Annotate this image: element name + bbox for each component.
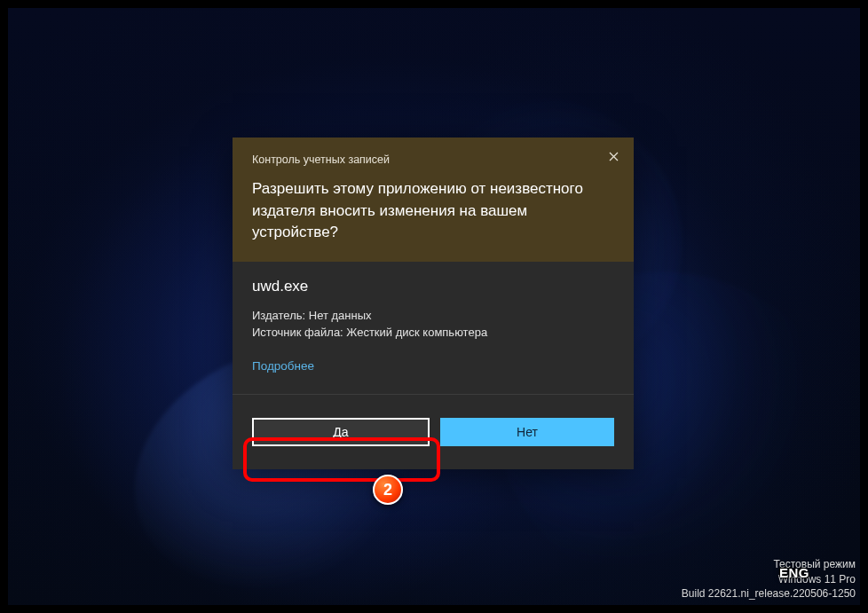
language-indicator[interactable]: ENG bbox=[779, 565, 809, 580]
uac-app-name: uwd.exe bbox=[252, 278, 614, 295]
watermark-line: Windows 11 Pro bbox=[682, 572, 856, 586]
uac-question: Разрешить этому приложению от неизвестно… bbox=[252, 178, 614, 244]
annotation-step-badge: 2 bbox=[373, 475, 403, 505]
uac-title: Контроль учетных записей bbox=[252, 153, 614, 166]
uac-more-link[interactable]: Подробнее bbox=[252, 359, 314, 373]
watermark-line: Тестовый режим bbox=[682, 557, 856, 571]
watermark-line: Build 22621.ni_release.220506-1250 bbox=[682, 586, 856, 601]
close-button[interactable] bbox=[600, 145, 627, 168]
uac-publisher-line: Издатель: Нет данных bbox=[252, 308, 614, 325]
desktop-watermark: Тестовый режим Windows 11 Pro Build 2262… bbox=[682, 557, 856, 601]
uac-origin-line: Источник файла: Жесткий диск компьютера bbox=[252, 325, 614, 342]
uac-header: Контроль учетных записей Разрешить этому… bbox=[233, 138, 634, 262]
yes-button[interactable]: Да bbox=[252, 418, 430, 446]
close-icon bbox=[609, 149, 619, 164]
no-button[interactable]: Нет bbox=[440, 418, 614, 446]
uac-body: uwd.exe Издатель: Нет данных Источник фа… bbox=[233, 262, 634, 394]
uac-metadata: Издатель: Нет данных Источник файла: Жес… bbox=[252, 308, 614, 342]
uac-button-row: Да Нет bbox=[233, 418, 634, 469]
uac-dialog: Контроль учетных записей Разрешить этому… bbox=[233, 138, 634, 469]
uac-divider bbox=[233, 394, 634, 395]
